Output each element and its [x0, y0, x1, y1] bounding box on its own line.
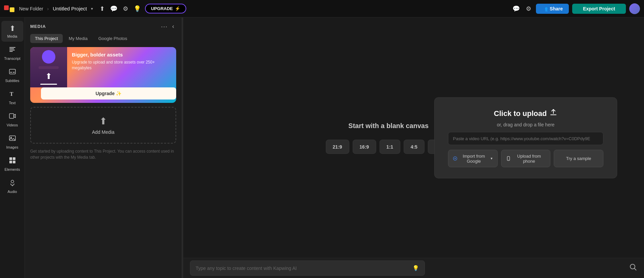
canvas-content: Start with a blank canvas 21:9 16:9 1:1 … [326, 122, 451, 154]
sidebar-item-media[interactable]: ⬆ Media [1, 21, 23, 42]
media-panel: MEDIA ⋯ ‹ This Project My Media Google P… [25, 17, 182, 278]
sidebar-audio-label: Audio [7, 190, 17, 194]
bottom-bar: Type any topic to create content with Ka… [183, 258, 644, 278]
avatar[interactable] [629, 3, 640, 14]
upgrade-btn-container: Upgrade ✨ [30, 87, 176, 103]
breadcrumb-separator: › [47, 6, 49, 11]
audio-icon [9, 179, 16, 188]
media-panel-header: MEDIA ⋯ ‹ [25, 17, 182, 34]
search-button[interactable] [629, 263, 637, 273]
gear-btn[interactable]: ⚙ [525, 4, 533, 14]
settings-icon[interactable]: ⚙ [121, 4, 130, 14]
share-button[interactable]: 👥 Share [536, 4, 569, 14]
body: ⬆ Media Transcript Subtitles T Text Vid [0, 17, 644, 278]
sidebar-item-images[interactable]: Images [1, 131, 23, 153]
sidebar-videos-label: Videos [7, 123, 18, 127]
add-media-box[interactable]: ⬆ Add Media [30, 107, 176, 144]
add-media-label: Add Media [92, 129, 114, 135]
action-buttons: Import from Google ▾ Upload from phone T… [448, 150, 603, 167]
folder-name[interactable]: New Folder [19, 6, 43, 11]
blank-canvas-title: Start with a blank canvas [348, 122, 429, 129]
sidebar-item-elements[interactable]: Elements [1, 153, 23, 175]
logo [4, 5, 14, 12]
click-to-upload-label: Click to upload [494, 109, 547, 118]
upload-phone-label: Upload from phone [513, 153, 546, 163]
sidebar-item-audio[interactable]: Audio [1, 175, 23, 197]
text-icon: T [9, 90, 16, 100]
share-label: Share [550, 6, 563, 11]
upgrade-card-title: Bigger, bolder assets [72, 52, 171, 57]
topbar-actions: ⬆ 💬 ⚙ 💡 [98, 4, 142, 14]
sidebar-item-videos[interactable]: Videos [1, 109, 23, 130]
media-tabs: This Project My Media Google Photos [25, 34, 182, 43]
try-sample-button[interactable]: Try a sample [554, 150, 603, 167]
more-options-button[interactable]: ⋯ [161, 23, 167, 31]
elements-icon [9, 157, 16, 166]
svg-rect-5 [10, 72, 12, 73]
main-area: Start with a blank canvas 21:9 16:9 1:1 … [183, 17, 644, 278]
upgrade-card-text: Bigger, bolder assets Upgrade to upload … [67, 47, 176, 87]
comments-btn[interactable]: 💬 [511, 4, 521, 14]
title-chevron-icon[interactable]: ▾ [91, 6, 93, 11]
sidebar-media-label: Media [7, 34, 17, 38]
ai-lightbulb-icon: 💡 [412, 265, 419, 271]
svg-rect-17 [550, 114, 556, 115]
svg-text:T: T [10, 91, 13, 97]
url-input[interactable] [448, 132, 603, 145]
ratio-btn-16-9[interactable]: 16:9 [352, 140, 376, 154]
ratio-buttons: 21:9 16:9 1:1 4:5 9:16 [326, 140, 451, 154]
sidebar-item-text[interactable]: T Text [1, 87, 23, 108]
upgrade-label: UPGRADE [151, 6, 173, 11]
svg-rect-11 [9, 157, 12, 160]
project-title[interactable]: Untitled Project [53, 6, 87, 11]
icon-sidebar: ⬆ Media Transcript Subtitles T Text Vid [0, 17, 25, 278]
sidebar-images-label: Images [6, 145, 18, 149]
svg-point-20 [508, 159, 508, 160]
svg-rect-13 [9, 161, 12, 163]
tab-google-photos[interactable]: Google Photos [94, 34, 132, 43]
transcript-icon [9, 46, 16, 55]
videos-icon [9, 112, 16, 122]
ratio-btn-21-9[interactable]: 21:9 [326, 140, 349, 154]
ratio-btn-1-1[interactable]: 1:1 [379, 140, 400, 154]
share-upload-icon[interactable]: ⬆ [98, 4, 106, 14]
export-button[interactable]: Export Project [572, 4, 626, 14]
svg-point-15 [11, 180, 14, 183]
upgrade-card-button[interactable]: Upgrade ✨ [41, 87, 176, 100]
add-media-upload-icon: ⬆ [99, 116, 107, 127]
upgrade-button[interactable]: UPGRADE ⚡ [145, 4, 186, 13]
ai-input-area[interactable]: Type any topic to create content with Ka… [190, 261, 425, 276]
subtitles-icon [9, 68, 16, 77]
sidebar-transcript-label: Transcript [4, 56, 20, 61]
sidebar-item-transcript[interactable]: Transcript [1, 42, 23, 64]
upload-zone: Click to upload or, drag and drop a file… [434, 97, 617, 178]
collapse-button[interactable]: ‹ [170, 22, 176, 31]
svg-rect-3 [9, 51, 13, 52]
svg-rect-12 [13, 157, 15, 160]
upload-arrow-icon [549, 108, 557, 118]
upgrade-card-desc: Upgrade to upload and store assets over … [72, 59, 171, 71]
sidebar-elements-label: Elements [5, 167, 20, 171]
lightning-icon: ⚡ [175, 6, 180, 11]
media-help-text: Get started by uploading content to This… [25, 148, 182, 160]
upload-zone-title: Click to upload [494, 108, 558, 118]
tab-my-media[interactable]: My Media [64, 34, 92, 43]
tab-this-project[interactable]: This Project [30, 34, 63, 43]
svg-rect-2 [9, 50, 15, 50]
ratio-btn-4-5[interactable]: 4:5 [404, 140, 425, 154]
try-sample-label: Try a sample [566, 156, 591, 161]
topbar-right: 💬 ⚙ 👥 Share Export Project [511, 3, 640, 14]
sidebar-item-subtitles[interactable]: Subtitles [1, 65, 23, 86]
lightbulb-icon[interactable]: 💡 [132, 4, 142, 14]
logo-red [4, 5, 9, 10]
media-panel-title: MEDIA [30, 24, 46, 29]
import-google-button[interactable]: Import from Google ▾ [448, 150, 498, 167]
avatar-image [629, 3, 640, 14]
canvas-area: Start with a blank canvas 21:9 16:9 1:1 … [183, 17, 644, 258]
svg-rect-6 [13, 72, 15, 73]
svg-rect-4 [9, 69, 15, 74]
upload-phone-button[interactable]: Upload from phone [501, 150, 551, 167]
upgrade-card-image: ⬆ [30, 47, 67, 87]
comments-icon[interactable]: 💬 [109, 4, 119, 14]
person-image: ⬆ [30, 47, 67, 87]
